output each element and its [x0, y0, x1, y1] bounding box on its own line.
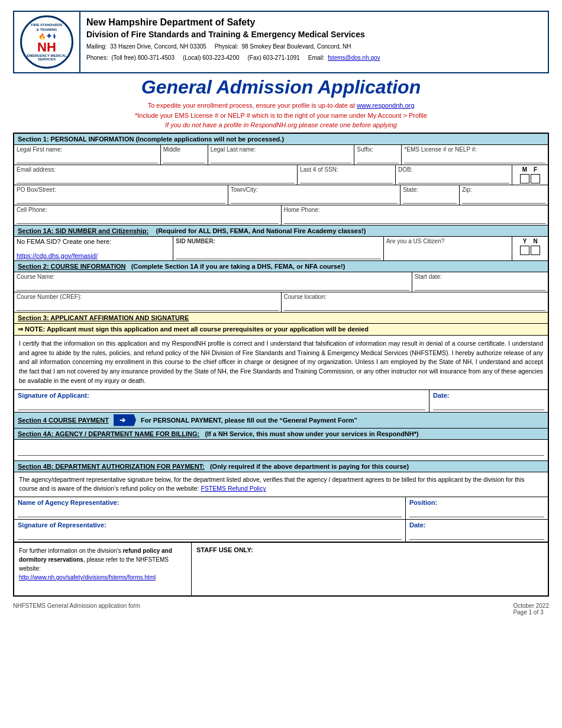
course-location-input[interactable] — [284, 301, 546, 311]
sig-rep-label: Signature of Representative: — [18, 521, 106, 529]
po-input[interactable] — [17, 194, 225, 204]
no-checkbox[interactable] — [531, 246, 540, 255]
cell-phone-cell: Cell Phone: — [14, 205, 282, 225]
female-checkbox[interactable] — [531, 174, 540, 183]
last4ssn-label: Last 4 of SSN: — [300, 166, 393, 173]
footer-left: NHFSTEMS General Admission application f… — [13, 603, 140, 616]
mf-cell: M F — [512, 165, 548, 185]
start-date-input[interactable] — [415, 281, 545, 291]
staff-use-only-label: STAFF USE ONLY: — [196, 546, 253, 553]
section4b-title: Section 4B: DEPARTMENT AUTHORIZATION FOR… — [18, 463, 205, 470]
course-number-label: Course Number (CREF): — [17, 294, 279, 300]
main-title: General Admission Application — [13, 76, 549, 98]
home-phone-cell: Home Phone: — [282, 205, 548, 225]
state-input[interactable] — [403, 194, 457, 204]
rep-date-input[interactable] — [409, 530, 544, 540]
course-location-cell: Course location: — [282, 292, 548, 312]
logo-badge-right: ⚕ — [53, 33, 56, 40]
section4a-title: Section 4A: AGENCY / DEPARTMENT NAME FOR… — [18, 430, 199, 437]
cell-phone-input[interactable] — [17, 214, 279, 224]
male-checkbox-item: M — [520, 166, 529, 183]
zip-input[interactable] — [462, 194, 545, 204]
town-cell: Town/City: — [228, 185, 400, 205]
zip-label: Zip: — [462, 186, 545, 193]
course-number-input[interactable] — [17, 301, 279, 311]
section3-title: Section 3: APPLICANT AFFIRMATION AND SIG… — [18, 314, 189, 321]
agency-rep-input[interactable] — [18, 508, 402, 517]
payment-note: For PERSONAL PAYMENT, please fill out th… — [141, 417, 357, 424]
agency-rep-row: Name of Agency Representative: Position: — [14, 497, 548, 520]
sig-date-input[interactable] — [433, 401, 544, 410]
course-name-input[interactable] — [17, 281, 409, 291]
email-cell: Email address: — [14, 165, 298, 185]
ems-input[interactable] — [404, 154, 545, 163]
ems-label: *EMS License # or NELP #: — [404, 146, 545, 153]
section1a-content-row: No FEMA SID? Create one here: https://cd… — [14, 237, 548, 261]
sig-rep-input[interactable] — [18, 530, 402, 540]
logo-circle: FIRE STANDARDS& TRAINING 🔥 ✚ ⚕ NH EMERGE… — [20, 15, 73, 69]
email-label: Email address: — [17, 166, 295, 173]
fema-link[interactable]: https://cdp.dhs.gov/femasid/ — [17, 252, 170, 259]
female-label: F — [534, 166, 537, 173]
section4-title: Section 4 COURSE PAYMENT — [18, 417, 109, 424]
legal-first-input[interactable] — [17, 154, 158, 163]
email-input[interactable] — [17, 174, 295, 183]
sig-applicant-input[interactable] — [18, 401, 425, 410]
section2-title: Section 2: COURSE INFORMATION — [18, 263, 126, 270]
division-name: Division of Fire Standards and Training … — [86, 29, 542, 40]
position-input[interactable] — [409, 508, 544, 517]
town-input[interactable] — [231, 194, 398, 204]
auth-text: The agency/department representative sig… — [19, 476, 525, 492]
state-cell: State: — [400, 185, 460, 205]
logo-top-text: FIRE STANDARDS& TRAINING — [31, 23, 63, 31]
gender-checkboxes: M F — [520, 166, 540, 183]
header: FIRE STANDARDS& TRAINING 🔥 ✚ ⚕ NH EMERGE… — [13, 11, 549, 73]
dob-input[interactable] — [398, 174, 509, 183]
logo-area: FIRE STANDARDS& TRAINING 🔥 ✚ ⚕ NH EMERGE… — [14, 12, 79, 72]
staff-left-link[interactable]: http://www.nh.gov/safety/divisions/fstem… — [19, 574, 156, 581]
legal-last-input[interactable] — [211, 154, 352, 163]
subtitle-line1: To expedite your enrollment process, ens… — [13, 101, 549, 111]
section1a-subtitle: (Required for ALL DHS, FEMA, And Nationa… — [156, 227, 366, 234]
title-section: General Admission Application To expedit… — [13, 76, 549, 130]
home-phone-input[interactable] — [284, 214, 546, 224]
sig-date-cell: Date: — [429, 390, 548, 412]
cell-phone-label: Cell Phone: — [17, 207, 279, 213]
section2-subtitle: (Complete Section 1A if you are taking a… — [131, 263, 345, 270]
staff-row: For further information on the division’… — [14, 542, 548, 595]
ems-cell: *EMS License # or NELP #: — [402, 145, 548, 165]
section4-header: Section 4 COURSE PAYMENT ➔ For PERSONAL … — [14, 413, 548, 429]
local: (Local) 603-223-4200 — [183, 54, 240, 61]
physical-label: Physical: — [215, 43, 238, 50]
po-cell: PO Box/Street: — [14, 185, 228, 205]
suffix-input[interactable] — [357, 154, 399, 163]
billing-agency-input[interactable] — [18, 446, 544, 456]
section2-header: Section 2: COURSE INFORMATION (Complete … — [14, 261, 548, 272]
logo-bottom-text: EMERGENCY MEDICALSERVICES — [27, 54, 67, 61]
form-outer: Section 1: PERSONAL INFORMATION (Incompl… — [13, 133, 549, 597]
sid-cell: SID NUMBER: — [173, 237, 384, 260]
middle-input[interactable] — [163, 154, 205, 163]
yn-cell: Y N — [512, 237, 548, 260]
course-name-row: Course Name: Start date: — [14, 272, 548, 292]
home-phone-label: Home Phone: — [284, 207, 546, 213]
signature-row: Signature of Applicant: Date: — [14, 390, 548, 413]
mailing-address: 33 Hazen Drive, Concord, NH 03305 — [110, 43, 206, 50]
last4ssn-input[interactable] — [300, 174, 393, 183]
start-date-cell: Start date: — [412, 272, 548, 292]
refund-link[interactable]: FSTEMS Refund Policy — [201, 485, 266, 492]
course-number-row: Course Number (CREF): Course location: — [14, 292, 548, 313]
sig-applicant-cell: Signature of Applicant: — [14, 390, 429, 412]
respond-nh-link[interactable]: www.respondnh.org — [357, 102, 414, 109]
payment-arrow: ➔ — [114, 414, 136, 426]
mailing-label: Mailing: — [86, 43, 106, 50]
footer-date: October 2022 — [513, 603, 549, 609]
yes-checkbox[interactable] — [520, 246, 529, 255]
male-checkbox[interactable] — [520, 174, 529, 183]
phones-label: Phones: — [86, 54, 108, 61]
sid-input[interactable] — [176, 246, 381, 259]
citizen-checkboxes: Y N — [520, 238, 540, 255]
sid-label: SID NUMBER: — [176, 238, 381, 244]
dob-cell: DOB: — [396, 165, 512, 185]
start-date-label: Start date: — [415, 273, 545, 280]
